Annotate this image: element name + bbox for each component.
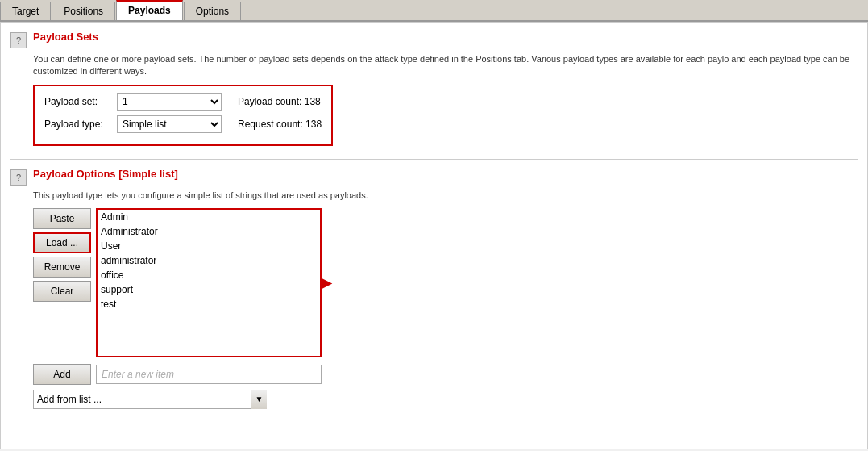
load-button[interactable]: Load ... (33, 232, 91, 253)
tab-positions[interactable]: Positions (52, 2, 115, 20)
request-count-info: Request count: 138 (238, 119, 322, 130)
payload-options-body: This payload type lets you configure a s… (33, 190, 858, 409)
list-buttons-col: Paste Load ... Remove Clear (33, 208, 91, 357)
payload-sets-title: Payload Sets (33, 31, 98, 43)
main-content: ? Payload Sets You can define one or mor… (0, 22, 868, 449)
payload-type-row: Payload type: Simple list Runtime file C… (44, 115, 322, 133)
payload-count-info: Payload count: 138 (238, 96, 321, 107)
section-divider (10, 159, 858, 160)
payload-options-description: This payload type lets you configure a s… (33, 190, 858, 200)
paste-button[interactable]: Paste (33, 208, 91, 229)
payload-options-help-icon[interactable]: ? (10, 169, 27, 186)
payload-type-label: Payload type: (44, 119, 117, 130)
payload-sets-description: You can define one or more payload sets.… (33, 53, 858, 78)
payload-list[interactable]: Admin Administrator User administrator o… (98, 210, 320, 356)
list-arrow-icon: ▶ (322, 275, 331, 290)
payload-options-header: ? Payload Options [Simple list] (10, 168, 858, 186)
payload-set-select-wrapper: 1 2 3 (117, 93, 222, 111)
payload-options-section: ? Payload Options [Simple list] This pay… (10, 168, 858, 409)
add-from-list-wrapper: Add from list ... ▼ (33, 390, 267, 409)
payload-type-select[interactable]: Simple list Runtime file Custom iterator… (117, 115, 222, 133)
add-button[interactable]: Add (33, 364, 91, 385)
payload-sets-help-icon[interactable]: ? (10, 32, 27, 48)
tab-options[interactable]: Options (184, 2, 241, 20)
payload-sets-config-box: Payload set: 1 2 3 Payload count: 138 Pa… (33, 85, 333, 146)
clear-button[interactable]: Clear (33, 281, 91, 302)
payload-options-title: Payload Options [Simple list] (33, 168, 178, 180)
add-item-input[interactable] (96, 365, 322, 384)
payload-set-label: Payload set: (44, 96, 117, 107)
list-actions: Paste Load ... Remove Clear Admin Admini… (33, 208, 858, 357)
tab-target[interactable]: Target (0, 2, 51, 20)
payload-set-select[interactable]: 1 2 3 (117, 93, 222, 111)
payload-set-row: Payload set: 1 2 3 Payload count: 138 (44, 93, 322, 111)
add-from-list-row: Add from list ... ▼ (33, 390, 858, 409)
remove-button[interactable]: Remove (33, 257, 91, 278)
payload-list-wrapper: Admin Administrator User administrator o… (96, 208, 322, 357)
add-item-row: Add (33, 364, 858, 385)
payload-sets-section: ? Payload Sets You can define one or mor… (10, 31, 858, 146)
add-from-list-select[interactable]: Add from list ... (33, 390, 267, 409)
payload-sets-header: ? Payload Sets (10, 31, 858, 48)
tabs-bar: Target Positions Payloads Options (0, 0, 868, 22)
tab-payloads[interactable]: Payloads (116, 0, 183, 20)
payload-type-select-wrapper: Simple list Runtime file Custom iterator… (117, 115, 222, 133)
